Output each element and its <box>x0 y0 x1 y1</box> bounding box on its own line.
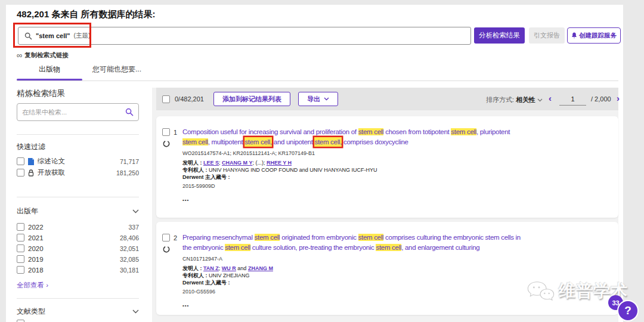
refine-title: 精炼检索结果 <box>17 88 65 99</box>
checkbox[interactable] <box>17 266 24 274</box>
checkbox[interactable] <box>17 234 24 242</box>
review-doc-icon <box>28 158 34 165</box>
result-title-link[interactable]: Composition useful for increasing surviv… <box>182 127 594 147</box>
filter-open-access[interactable]: 开放获取 181,250 <box>17 168 139 177</box>
sort-control[interactable]: 排序方式: 相关性 <box>486 95 543 104</box>
pub-year-header[interactable]: 出版年 <box>17 206 139 216</box>
divider <box>17 298 139 299</box>
citation-report-button[interactable]: 引文报告 <box>529 27 565 44</box>
patent-numbers: WO2015147574-A1; KR2015112141-A; KR17071… <box>182 150 609 156</box>
filter-year-2022[interactable]: 2022 337 <box>17 223 139 231</box>
result-select-col: 2 <box>162 234 182 315</box>
result-checkbox[interactable] <box>162 234 170 242</box>
page-input[interactable]: 1 <box>559 92 586 106</box>
checkbox[interactable] <box>17 255 24 263</box>
select-all-checkbox[interactable] <box>162 95 170 103</box>
quick-filter-title: 快速过滤 <box>17 142 45 152</box>
tab-publications[interactable]: 出版物 <box>17 64 82 75</box>
citation-ring-icon[interactable] <box>163 140 170 147</box>
more-dots[interactable]: ••• <box>182 197 609 203</box>
page-title: 482,201 条来自 所有数据库的结果: <box>17 9 156 20</box>
more-dots[interactable]: ••• <box>182 303 609 308</box>
divider <box>17 134 139 135</box>
search-icon[interactable] <box>125 108 134 116</box>
open-access-lock-icon <box>28 169 34 177</box>
tab-suggestions[interactable]: 您可能也想要... <box>92 64 141 75</box>
filter-review-articles[interactable]: 综述论文 71,717 <box>17 157 139 166</box>
help-button[interactable]: ? <box>617 300 639 321</box>
result-select-col: 1 <box>162 128 182 218</box>
result-title-link[interactable]: Preparing mesenchymal stem cell originat… <box>182 233 594 253</box>
checkbox[interactable] <box>17 157 24 165</box>
filter-year-2021[interactable]: 2021 28,406 <box>17 234 139 242</box>
see-all-link[interactable]: 全部查看 › <box>17 281 48 290</box>
result-content: Preparing mesenchymal stem cell originat… <box>182 234 609 315</box>
bell-icon <box>571 32 577 39</box>
derwent-number: 2010-G55596 <box>182 289 609 295</box>
add-to-marked-button[interactable]: 添加到标记结果列表 <box>213 92 290 106</box>
filter-year-2018[interactable]: 2018 30,181 <box>17 266 139 274</box>
result-index: 1 <box>174 129 177 136</box>
results-page: 482,201 条来自 所有数据库的结果: "stem cell" (主题) 分… <box>6 5 623 322</box>
chevron-down-icon <box>324 97 329 101</box>
create-alert-button[interactable]: 创建跟踪服务 <box>567 27 621 44</box>
filter-year-2020[interactable]: 2020 32,051 <box>17 244 139 252</box>
derwent-label-line: Derwent 主入藏号 : <box>182 174 609 181</box>
annotation-box-search <box>13 23 91 48</box>
result-content: Composition useful for increasing surviv… <box>182 128 609 218</box>
citation-ring-icon[interactable] <box>163 246 170 253</box>
checkbox[interactable] <box>17 169 24 177</box>
result-index: 2 <box>174 234 177 242</box>
page-total: / 2,000 <box>591 95 611 103</box>
result-checkbox[interactable] <box>162 128 170 136</box>
tabs-divider <box>17 80 618 81</box>
checkbox[interactable] <box>17 244 24 252</box>
assignee-line: 专利权人 : UNIV HANYANG IND COOP FOUND and U… <box>182 166 609 174</box>
refine-search-input[interactable]: 在结果中检索... <box>17 103 139 121</box>
chevron-down-icon <box>537 98 543 102</box>
link-icon: ∞ <box>17 52 22 58</box>
chevron-down-icon <box>132 209 139 213</box>
copy-search-link[interactable]: ∞ 复制检索式链接 <box>17 51 69 60</box>
next-page-button[interactable]: › <box>617 93 620 103</box>
divider <box>17 197 139 197</box>
checkbox[interactable] <box>17 223 24 231</box>
prev-page-button[interactable]: ‹ <box>549 93 552 103</box>
assignee-line: 专利权人 : UNIV ZHEJIANG <box>182 272 609 279</box>
result-item-1: 1 Composition useful for increasing surv… <box>156 116 618 218</box>
doc-type-header[interactable]: 文献类型 <box>17 306 139 317</box>
result-item-2: 2 Preparing mesenchymal stem cell origin… <box>156 222 618 315</box>
results-toolbar: 0/482,201 添加到标记结果列表 导出 排序方式: 相关性 ‹ 1 / 2… <box>156 88 618 110</box>
derwent-number: 2015-59909D <box>182 183 609 189</box>
filter-partial[interactable] <box>17 320 139 322</box>
derwent-label-line: Derwent 主入藏号 : <box>182 279 609 286</box>
results-tabs: 出版物 您可能也想要... <box>17 64 141 75</box>
export-button[interactable]: 导出 <box>298 92 338 106</box>
checkbox[interactable] <box>17 320 24 322</box>
inventors-line: 发明人 : TAN Z; WU R and ZHANG M <box>182 265 609 272</box>
inventors-line: 发明人 : LEE S; CHANG M Y; (...); RHEE Y H <box>182 159 609 166</box>
patent-numbers: CN101712947-A <box>182 256 609 262</box>
chevron-down-icon <box>132 309 139 314</box>
selected-count: 0/482,201 <box>175 95 204 103</box>
results-panel: 0/482,201 添加到标记结果列表 导出 排序方式: 相关性 ‹ 1 / 2… <box>152 88 618 322</box>
filter-year-2019[interactable]: 2019 32,085 <box>17 255 139 263</box>
analyze-results-button[interactable]: 分析检索结果 <box>474 27 525 44</box>
